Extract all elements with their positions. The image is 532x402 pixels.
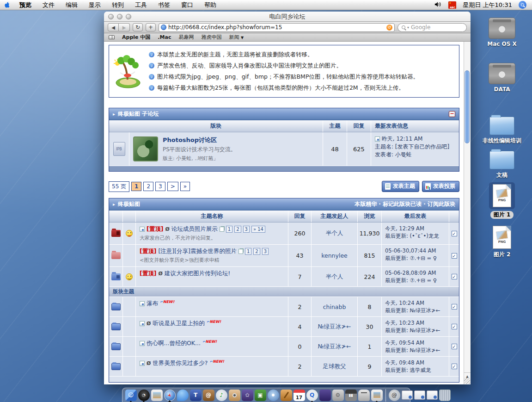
scrollbar-thumb[interactable]	[465, 70, 470, 143]
back-button[interactable]: ◀	[108, 23, 119, 31]
menu-edit[interactable]: 编辑	[60, 1, 83, 9]
topic-link[interactable]: 建议大家把图片传到论坛!	[165, 270, 231, 278]
topic-link[interactable]: 伤心啊...曾经的OK...	[147, 340, 201, 347]
topic-page-link[interactable]: 3	[243, 226, 250, 233]
menu-app[interactable]: 预览	[14, 1, 37, 9]
last-post-topic[interactable]: 主题名: [发表下自己的作品吧]	[375, 143, 455, 151]
camera-photo-icon[interactable]	[229, 390, 240, 401]
minimized-window-icon[interactable]	[414, 390, 425, 400]
topic-starter[interactable]: 半个人	[312, 223, 358, 244]
system-preferences-icon[interactable]: ⚙	[332, 390, 344, 401]
menu-window[interactable]: 窗口	[176, 1, 199, 9]
topic-starter[interactable]: №绿豆冰≯←	[312, 337, 358, 356]
bookmark-mac[interactable]: .Mac	[158, 34, 171, 40]
page-3[interactable]: 3	[155, 182, 165, 191]
subforum-link[interactable]: Photoshop讨论区	[163, 136, 236, 144]
goto-new-post-icon[interactable]	[140, 301, 145, 306]
topic-checkbox[interactable]	[452, 304, 457, 309]
last-post-updater[interactable]: 最后更新: №绿豆冰≯←	[385, 346, 446, 354]
collapse-button[interactable]: −	[449, 111, 455, 117]
desktop-icon-documents-folder[interactable]: 文稿	[472, 151, 532, 179]
last-post-updater[interactable]: 最后更新: №绿豆冰≯←	[385, 307, 446, 314]
toast-icon[interactable]	[358, 390, 370, 401]
new-poll-button[interactable]: 发表投票	[422, 181, 459, 192]
forum-header[interactable]: 终极贴图	[118, 200, 140, 208]
resize-grip[interactable]	[464, 378, 470, 384]
menu-view[interactable]: 显示	[83, 1, 106, 9]
topic-starter[interactable]: kennylee	[312, 245, 358, 266]
topic-page-link[interactable]: 2	[253, 248, 260, 255]
page-next[interactable]: >	[167, 182, 178, 191]
iphoto-icon[interactable]	[151, 390, 163, 401]
title-bar[interactable]: 电白同乡论坛	[104, 12, 471, 22]
last-post-author[interactable]: 发表者: 小曼蛙	[375, 151, 455, 159]
forward-button[interactable]: ▶	[119, 23, 130, 31]
spotlight-icon[interactable]	[519, 1, 526, 9]
topic-checkbox[interactable]	[452, 364, 457, 369]
desktop-icon-image2[interactable]: PNG 图片 2	[472, 226, 532, 259]
topic-link[interactable]: 瀑布	[147, 300, 158, 308]
xcode-icon[interactable]	[319, 390, 331, 401]
address-bar[interactable]: http://0668.cc/index.php?showforum=15 ↺	[159, 23, 395, 32]
desktop-icon-macosx[interactable]: Mac OS X	[472, 18, 532, 47]
new-topic-button[interactable]: 发表主题	[382, 181, 419, 192]
volume-icon[interactable]	[434, 1, 442, 9]
url-text[interactable]: http://0668.cc/index.php?showforum=15	[168, 24, 385, 31]
topic-page-link[interactable]: 3	[262, 248, 269, 255]
reload-button[interactable]: ↻	[133, 23, 143, 31]
imovie-icon[interactable]: ✩	[242, 390, 253, 401]
subforum-mods[interactable]: 版主: 小曼蛙, ..哬釘菢」	[163, 155, 236, 162]
topic-starter[interactable]: 半个人	[312, 267, 358, 286]
last-post-updater[interactable]: 最后更新: (•¯ε¯•)龙龙	[385, 232, 446, 240]
mail-stamp-icon[interactable]: @	[389, 390, 400, 401]
bookmark-apple[interactable]: Apple 中国	[122, 34, 150, 41]
goto-new-post-icon[interactable]	[140, 321, 145, 326]
page-last[interactable]: »	[180, 182, 190, 191]
topic-link[interactable]: [注意][分享]震撼全世界的照片	[158, 247, 237, 255]
bookmark-news[interactable]: 新闻 ▼	[229, 34, 244, 41]
goto-new-post-icon[interactable]	[140, 341, 145, 346]
minimized-window-icon[interactable]	[427, 390, 438, 400]
input-method-flag-icon[interactable]: ★ABC	[448, 1, 456, 9]
garageband-icon[interactable]	[281, 390, 292, 401]
minimized-window-icon[interactable]	[402, 390, 413, 400]
last-post-updater[interactable]: 最后更新: 逃学威龙	[385, 366, 446, 374]
goto-last-post-icon[interactable]	[375, 136, 380, 142]
apple-menu[interactable]	[0, 1, 14, 8]
desktop-icon-image1-selected[interactable]: PNG 图片 1	[472, 182, 532, 219]
topic-checkbox[interactable]	[452, 324, 457, 329]
topic-link[interactable]: 世界美景你见过多少?	[153, 359, 208, 367]
menu-go[interactable]: 转到	[106, 1, 129, 9]
desktop-icon-data[interactable]: DATA	[472, 63, 532, 93]
menu-bookmarks[interactable]: 书签	[153, 1, 176, 9]
itunes-icon[interactable]: ♪	[216, 390, 227, 401]
topic-page-link[interactable]: 1	[245, 248, 251, 255]
idvd-icon[interactable]: ▣	[255, 390, 266, 401]
page-1[interactable]: 1	[131, 182, 141, 191]
address-book-icon[interactable]: @	[203, 390, 214, 401]
bookmark-ebay[interactable]: 易趣网	[178, 34, 194, 41]
topic-starter[interactable]: 足球教父	[312, 357, 358, 376]
subforum-header[interactable]: 终极贴图 子论坛	[118, 110, 159, 118]
snapback-icon[interactable]: ↺	[386, 25, 392, 31]
goto-new-post-icon[interactable]	[140, 227, 145, 232]
topic-checkbox[interactable]	[452, 344, 457, 349]
last-post-updater[interactable]: 最后更新: №绿豆冰≯←	[385, 327, 446, 334]
vertical-scrollbar[interactable]: ▲ ▼	[464, 42, 471, 384]
topic-link[interactable]: 听说是从卫星上拍的	[153, 320, 205, 328]
dvd-player-icon[interactable]	[268, 390, 279, 401]
bookmarks-book-icon[interactable]	[109, 35, 115, 39]
google-search-field[interactable]: ▾ Google	[397, 23, 467, 32]
topic-page-link[interactable]: » 14	[251, 226, 265, 233]
safari-icon[interactable]: ➤	[164, 390, 176, 401]
topic-link[interactable]: 论坛成员照片展示	[171, 225, 218, 233]
ichat-icon[interactable]	[177, 390, 189, 401]
topic-checkbox[interactable]	[452, 253, 457, 259]
page-2[interactable]: 2	[143, 182, 153, 191]
dashboard-icon[interactable]: ◔	[138, 390, 150, 401]
menu-file[interactable]: 文件	[37, 1, 60, 9]
collapse-triangle-icon[interactable]: ▸	[113, 202, 115, 207]
preview-icon[interactable]	[371, 390, 383, 401]
topic-checkbox[interactable]	[452, 231, 457, 236]
topic-starter[interactable]: chinabb	[312, 297, 358, 316]
